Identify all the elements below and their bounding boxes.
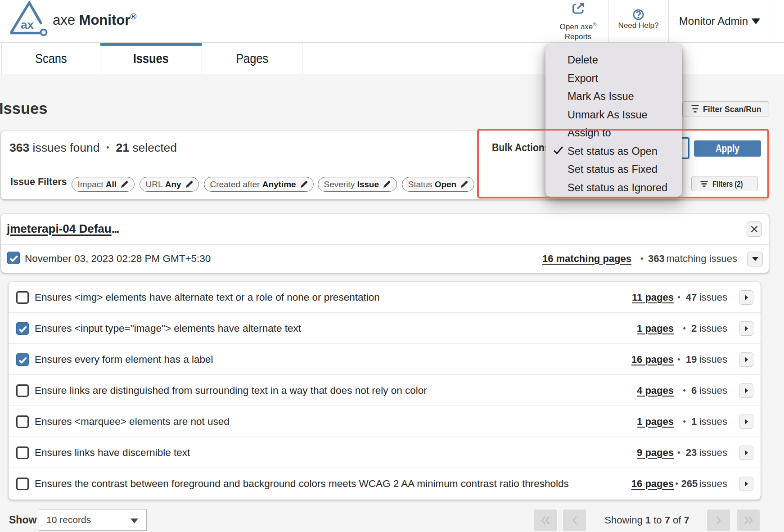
svg-text:ax: ax: [21, 18, 34, 32]
